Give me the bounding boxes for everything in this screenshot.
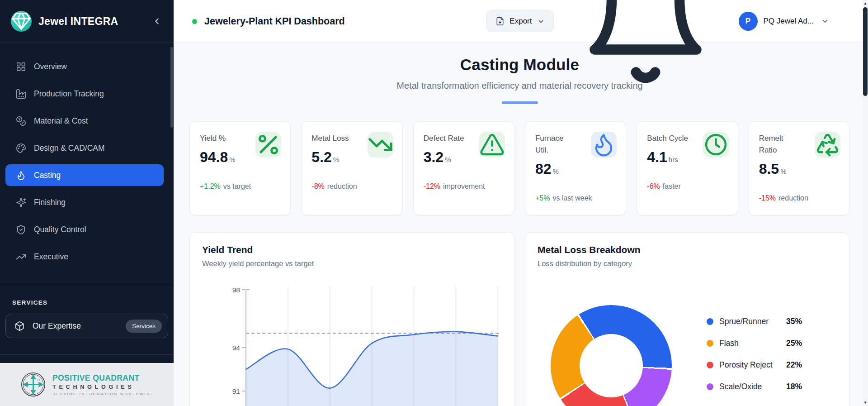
legend-row-sprue-runner: Sprue/Runner 35% xyxy=(707,310,802,332)
sidebar-item-label: Production Tracking xyxy=(34,89,104,99)
sidebar-footer: ++ POSITIVE QUADRANT TECHNOLOGIES SERVIN… xyxy=(0,363,174,406)
legend-label: Sprue/Runner xyxy=(719,317,786,326)
chart-title: Yield Trend xyxy=(202,244,503,255)
diamond-icon xyxy=(11,11,32,32)
sidebar-divider xyxy=(0,354,174,355)
chevron-down-icon xyxy=(537,18,545,25)
legend-color-dot xyxy=(707,340,713,347)
chart-title: Metal Loss Breakdown xyxy=(538,244,839,255)
sidebar-item-label: Design & CAD/CAM xyxy=(34,143,105,153)
package-icon xyxy=(14,321,25,331)
sidebar-item-label: Overview xyxy=(34,62,67,72)
kpi-value: 82% xyxy=(535,160,617,181)
flame-icon xyxy=(16,170,26,181)
legend-value: 35% xyxy=(786,317,802,326)
kpi-unit: % xyxy=(780,167,786,175)
footer-brand-line2: TECHNOLOGIES xyxy=(52,384,154,390)
kpi-unit: % xyxy=(333,156,339,163)
footer-tagline: SERVING INFORMATION WORLDWIDE xyxy=(52,392,154,396)
coins-icon xyxy=(16,116,26,126)
notifications-button[interactable]: 3 xyxy=(578,0,713,89)
kpi-unit: % xyxy=(445,156,451,163)
sidebar-item-production-tracking[interactable]: Production Tracking xyxy=(5,83,164,105)
kpi-card-defect-rate: Defect Rate 3.2% -12%improvement xyxy=(413,121,514,215)
sidebar-item-finishing[interactable]: Finishing xyxy=(5,191,164,213)
sidebar-item-executive[interactable]: Executive xyxy=(5,246,164,267)
page-content: Casting Module Metal transformation effi… xyxy=(174,56,868,406)
sidebar-item-overview[interactable]: Overview xyxy=(5,56,164,77)
brand-title: Jewel INTEGRA xyxy=(38,15,152,28)
kpi-unit: hrs xyxy=(669,156,678,163)
sidebar-item-label: Material & Cost xyxy=(34,116,88,126)
charts-row: Yield Trend Weekly yield percentage vs t… xyxy=(189,232,850,406)
recycle-icon xyxy=(815,132,840,158)
svg-text:94: 94 xyxy=(232,344,241,352)
sidebar-collapse-button[interactable] xyxy=(152,16,162,26)
yield-trend-card: Yield Trend Weekly yield percentage vs t… xyxy=(189,232,514,406)
sidebar-item-label: Executive xyxy=(34,252,68,262)
kpi-delta: +1.2%vs target xyxy=(200,182,281,191)
kpi-card-metal-loss: Metal Loss 5.2% -8%reduction xyxy=(301,121,402,215)
positive-quadrant-logo-icon: ++ xyxy=(20,372,46,397)
kpi-delta: -6%faster xyxy=(647,182,728,191)
metal-loss-card: Metal Loss Breakdown Loss distribution b… xyxy=(525,232,850,406)
dashboard-title: Jewelery-Plant KPI Dashboard xyxy=(204,16,345,27)
title-accent-bar xyxy=(502,101,538,104)
kpi-label: Remelt Ratio xyxy=(759,133,796,156)
sidebar-header: Jewel INTEGRA xyxy=(0,0,174,43)
shield-check-icon xyxy=(16,224,26,235)
scroll-up-arrow[interactable]: ▲ xyxy=(863,0,868,6)
sidebar-item-casting[interactable]: Casting xyxy=(5,164,164,186)
sidebar-divider xyxy=(0,285,174,285)
sparkles-icon xyxy=(16,197,26,208)
top-bar: Jewelery-Plant KPI Dashboard Export 3 P … xyxy=(174,0,868,43)
trending-up-icon xyxy=(16,252,26,262)
sidebar: Jewel INTEGRA OverviewProduction Trackin… xyxy=(0,0,174,406)
kpi-delta: +5%vs last week xyxy=(535,194,617,202)
sidebar-item-our-expertise[interactable]: Our Expertise Services xyxy=(5,314,168,338)
sidebar-item-label: Quality Control xyxy=(34,225,86,234)
legend-row-porosity-reject: Porosity Reject 22% xyxy=(707,354,802,376)
sidebar-item-design-cad-cam[interactable]: Design & CAD/CAM xyxy=(5,137,164,159)
alert-triangle-icon xyxy=(479,132,505,158)
svg-text:++: ++ xyxy=(37,378,40,382)
sidebar-item-material-cost[interactable]: Material & Cost xyxy=(5,110,164,132)
svg-text:98: 98 xyxy=(232,286,240,294)
flame-icon xyxy=(591,132,617,158)
trending-down-icon xyxy=(368,132,393,158)
legend-label: Porosity Reject xyxy=(719,360,786,370)
sidebar-scrollbar-thumb[interactable] xyxy=(170,47,173,128)
main-area: Jewelery-Plant KPI Dashboard Export 3 P … xyxy=(174,0,868,406)
user-name: PQ Jewel Ad... xyxy=(764,17,814,26)
scrollbar-thumb[interactable] xyxy=(863,7,868,96)
donut-legend: Sprue/Runner 35% Flash 25% Porosity Reje… xyxy=(707,310,802,406)
palette-icon xyxy=(16,143,26,153)
kpi-card-remelt-ratio: Remelt Ratio 8.5% -15%reduction xyxy=(749,121,850,215)
export-button[interactable]: Export xyxy=(486,10,553,32)
kpi-unit: % xyxy=(229,156,235,163)
kpi-card-batch-cycle: Batch Cycle 4.1hrs -6%faster xyxy=(637,121,738,215)
footer-brand-line1: POSITIVE QUADRANT xyxy=(52,373,154,383)
kpi-grid: Yield % 94.8% +1.2%vs targetMetal Loss 5… xyxy=(189,121,850,215)
legend-label: Flash xyxy=(719,339,786,348)
expertise-label: Our Expertise xyxy=(33,321,118,331)
export-label: Export xyxy=(509,17,532,26)
legend-value: 18% xyxy=(786,382,802,392)
user-menu[interactable]: P PQ Jewel Ad... xyxy=(739,12,830,31)
legend-row-flash: Flash 25% xyxy=(707,332,802,354)
legend-row-scale-oxide: Scale/Oxide 18% xyxy=(707,376,802,397)
svg-text:91: 91 xyxy=(232,387,240,395)
kpi-delta: -15%reduction xyxy=(759,194,840,202)
legend-value: 25% xyxy=(786,339,802,348)
legend-color-dot xyxy=(707,383,713,390)
kpi-delta: -12%improvement xyxy=(424,182,505,191)
chart-subtitle: Weekly yield percentage vs target xyxy=(202,259,503,268)
legend-color-dot xyxy=(707,362,713,368)
scroll-down-arrow[interactable]: ▼ xyxy=(863,400,868,406)
kpi-delta: -8%reduction xyxy=(311,182,393,191)
bell-icon xyxy=(578,0,713,89)
services-badge: Services xyxy=(126,320,162,333)
sidebar-item-quality-control[interactable]: Quality Control xyxy=(5,219,164,240)
legend-label: Scale/Oxide xyxy=(719,382,786,392)
kpi-card-yield: Yield % 94.8% +1.2%vs target xyxy=(189,121,291,215)
